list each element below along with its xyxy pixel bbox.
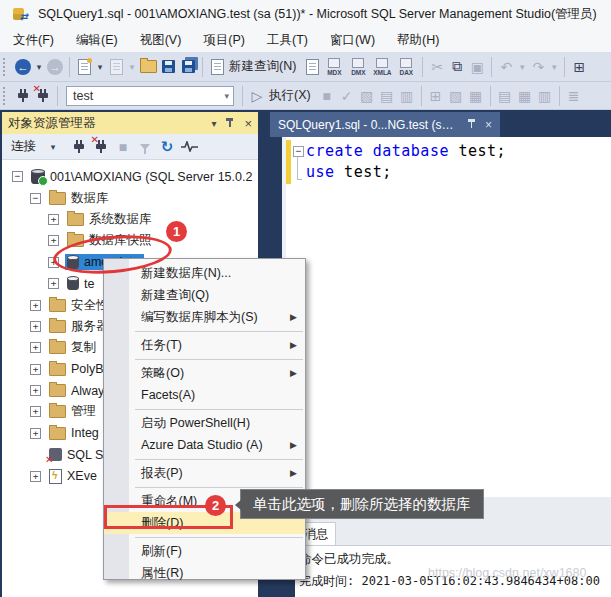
redo-button[interactable]: ↷: [528, 56, 548, 78]
toolbar-grip-2[interactable]: [3, 87, 9, 105]
toolbar-grip[interactable]: [3, 58, 9, 76]
results-to-grid-button[interactable]: ▦: [515, 85, 535, 107]
context-menu-item-reports[interactable]: 报表(P)▶: [104, 462, 305, 484]
new-project-button[interactable]: [74, 56, 94, 78]
expander-icon[interactable]: −: [30, 193, 41, 204]
query-options-button[interactable]: ▤: [377, 85, 397, 107]
new-query-button[interactable]: [207, 56, 227, 78]
paste-button[interactable]: ▣: [467, 56, 487, 78]
menu-separator: [135, 487, 303, 488]
clipped-edge-button[interactable]: ⊞: [569, 56, 589, 78]
new-project-dropdown[interactable]: ▾: [94, 56, 106, 78]
editor-tab[interactable]: SQLQuery1.sql - 0...NG.test (sa (51))* ×: [270, 112, 500, 137]
new-query-label[interactable]: 新建查询(N): [229, 58, 296, 75]
expander-icon[interactable]: +: [30, 428, 41, 439]
expander-icon[interactable]: +: [30, 385, 41, 396]
tree-node-server[interactable]: −001\AMOXIANG (SQL Server 15.0.2: [2, 166, 258, 187]
redo-dropdown[interactable]: ▾: [548, 56, 560, 78]
context-menu-item-azure-data-studio[interactable]: Azure Data Studio (A)▶: [104, 434, 305, 456]
database-combobox[interactable]: test ▾: [66, 86, 234, 106]
change-tracking-bar: [286, 140, 291, 184]
oe-stop-button[interactable]: ■: [112, 136, 134, 158]
tab-pin-icon[interactable]: [467, 118, 477, 132]
specify-template-button[interactable]: ⊞: [426, 85, 446, 107]
expander-icon[interactable]: −: [12, 171, 23, 182]
menu-edit[interactable]: 编辑(E): [65, 29, 129, 52]
connect-menu-caret-icon[interactable]: ▾: [42, 136, 64, 158]
context-menu-item-tasks[interactable]: 任务(T)▶: [104, 334, 305, 356]
copy-button[interactable]: ⧉: [447, 56, 467, 78]
menu-help[interactable]: 帮助(H): [386, 29, 450, 52]
tab-close-icon[interactable]: ×: [485, 118, 492, 132]
debug-button[interactable]: ▧: [357, 85, 377, 107]
undo-dropdown[interactable]: ▾: [516, 56, 528, 78]
include-actual-plan-button[interactable]: ▧: [446, 85, 466, 107]
save-button[interactable]: [158, 56, 178, 78]
menu-bar: 文件(F)编辑(E)视图(V)项目(P)工具(T)窗口(W)帮助(H): [0, 28, 611, 52]
context-menu-item-new-query[interactable]: 新建查询(Q): [104, 284, 305, 306]
intellisense-button[interactable]: ▥: [397, 85, 417, 107]
menu-window[interactable]: 窗口(W): [319, 29, 386, 52]
change-connection-button[interactable]: ✕: [33, 85, 53, 107]
results-to-file-button[interactable]: ▥: [535, 85, 555, 107]
navigate-back-button[interactable]: ←: [13, 56, 33, 78]
comment-button[interactable]: ≣: [564, 85, 584, 107]
expander-icon[interactable]: +: [30, 471, 41, 482]
close-panel-icon[interactable]: ×: [244, 116, 252, 131]
token-keyword: create database: [306, 142, 449, 160]
window-position-icon[interactable]: ▾: [211, 118, 216, 129]
mdx-query-button[interactable]: MDX: [322, 58, 346, 76]
dax-query-button[interactable]: DAX: [394, 58, 418, 76]
context-menu-item-start-powershell[interactable]: 启动 PowerShell(H): [104, 412, 305, 434]
stop-button[interactable]: ■: [317, 85, 337, 107]
menu-file[interactable]: 文件(F): [2, 29, 65, 52]
execute-play-icon[interactable]: ▷: [247, 85, 267, 107]
expander-icon[interactable]: +: [30, 300, 41, 311]
context-menu-item-policies[interactable]: 策略(O)▶: [104, 362, 305, 384]
expander-icon[interactable]: +: [30, 321, 41, 332]
save-all-button[interactable]: [178, 56, 198, 78]
xmla-query-button[interactable]: XMLA: [370, 58, 394, 76]
client-statistics-button[interactable]: ▦: [466, 85, 486, 107]
expander-icon[interactable]: +: [30, 364, 41, 375]
parse-button[interactable]: ✓: [337, 85, 357, 107]
folder-icon: [49, 192, 66, 205]
navigate-forward-button[interactable]: →: [45, 56, 65, 78]
outline-collapse-box[interactable]: −: [293, 146, 304, 157]
open-file-button[interactable]: [138, 56, 158, 78]
menu-view[interactable]: 视图(V): [129, 29, 193, 52]
tree-node-system-databases[interactable]: +系统数据库: [2, 209, 258, 230]
menu-tools[interactable]: 工具(T): [256, 29, 319, 52]
context-menu-item-refresh[interactable]: 刷新(F): [104, 540, 305, 562]
activity-monitor-button[interactable]: [178, 136, 200, 158]
expander-icon[interactable]: +: [48, 278, 59, 289]
context-menu-item-script-database-as[interactable]: 编写数据库脚本为(S)▶: [104, 306, 305, 328]
expander-icon[interactable]: +: [48, 214, 59, 225]
tree-node-databases[interactable]: −数据库: [2, 187, 258, 208]
pin-icon[interactable]: [225, 117, 235, 130]
submenu-arrow-icon: ▶: [290, 306, 297, 328]
add-item-dropdown[interactable]: ▾: [126, 56, 138, 78]
cut-button[interactable]: ✂: [427, 56, 447, 78]
context-menu-item-facets[interactable]: Facets(A): [104, 384, 305, 406]
back-dropdown[interactable]: ▾: [33, 56, 45, 78]
add-item-button[interactable]: [106, 56, 126, 78]
expander-icon[interactable]: +: [30, 342, 41, 353]
oe-filter-button[interactable]: [134, 136, 156, 158]
execute-label[interactable]: 执行(X): [269, 87, 311, 104]
oe-disconnect-button[interactable]: ✕: [90, 136, 112, 158]
database-engine-query-button[interactable]: [302, 56, 322, 78]
context-menu-item-properties[interactable]: 属性(R): [104, 562, 305, 584]
expander-icon[interactable]: +: [48, 235, 59, 246]
menu-project[interactable]: 项目(P): [192, 29, 256, 52]
code-editor[interactable]: − create database test;use test;: [282, 137, 611, 497]
activity-monitor-icon: [181, 141, 198, 152]
undo-button[interactable]: ↶: [496, 56, 516, 78]
oe-refresh-button[interactable]: ↻: [156, 136, 178, 158]
dmx-query-button[interactable]: DMX: [346, 58, 370, 76]
oe-connect-button[interactable]: [68, 136, 90, 158]
connect-button[interactable]: [13, 85, 33, 107]
connect-menu-label[interactable]: 连接: [11, 138, 36, 155]
results-to-text-button[interactable]: ▤: [495, 85, 515, 107]
expander-icon[interactable]: +: [30, 406, 41, 417]
